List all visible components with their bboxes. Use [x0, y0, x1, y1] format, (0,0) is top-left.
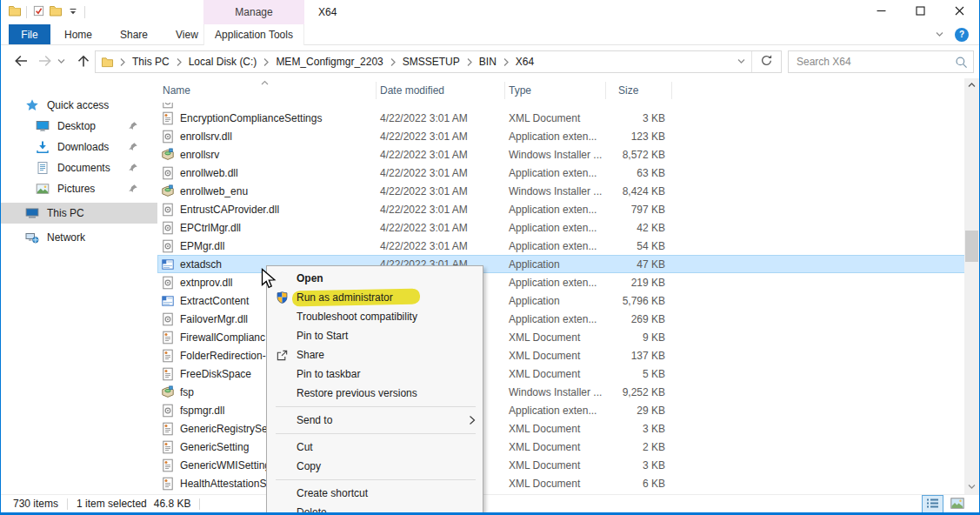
minimize-button[interactable]: [862, 0, 901, 24]
back-button[interactable]: [11, 52, 30, 71]
sidebar-item-downloads[interactable]: Downloads: [1, 137, 157, 157]
file-type: XML Document: [505, 459, 606, 472]
breadcrumb-segment[interactable]: SMSSETUP: [398, 56, 475, 68]
msi-file-icon: [161, 385, 175, 399]
table-row[interactable]: enrollweb.dll 4/22/2022 3:01 AM Applicat…: [157, 164, 966, 182]
quick-access-toolbar: [1, 3, 88, 22]
xml-file-icon: [161, 458, 175, 472]
thumbnails-view-button[interactable]: [947, 496, 967, 512]
divider: [84, 6, 85, 18]
file-size: 63 KB: [606, 167, 672, 179]
sidebar-item-label: Pictures: [57, 183, 95, 195]
table-row[interactable]: EPMgr.dll 4/22/2022 3:01 AM Application …: [157, 237, 966, 255]
xml-file-icon: [161, 349, 175, 363]
table-row[interactable]: enrollsrv.dll 4/22/2022 3:01 AM Applicat…: [157, 127, 966, 145]
menu-item-delete[interactable]: Delete: [267, 503, 483, 515]
table-row[interactable]: EPCtrlMgr.dll 4/22/2022 3:01 AM Applicat…: [157, 218, 966, 237]
chevron-down-icon: [967, 481, 977, 493]
dll-file-icon: [161, 166, 175, 180]
file-date-modified: 4/22/2022 3:01 AM: [377, 167, 505, 179]
chevron-down-icon: [935, 29, 944, 41]
dll-file-icon: [161, 404, 175, 418]
maximize-button[interactable]: [901, 0, 940, 24]
menu-item-open[interactable]: Open: [267, 269, 483, 288]
menu-item-share[interactable]: Share: [267, 345, 483, 365]
checkbox-icon: [32, 4, 45, 20]
sidebar-item-this-pc[interactable]: This PC: [1, 203, 157, 224]
xml-file-icon: [161, 422, 175, 436]
address-bar[interactable]: This PC Local Disk (C:) MEM_Configmgr_22…: [95, 50, 782, 73]
menu-item-send-to[interactable]: Send to: [267, 411, 483, 430]
menu-item-run-as-administrator[interactable]: Run as administrator: [267, 288, 483, 307]
table-row[interactable]: EncryptionComplianceSettings 4/22/2022 3…: [157, 109, 966, 127]
file-name: EPMgr.dll: [180, 240, 224, 252]
xml-file-icon: [161, 111, 175, 125]
menu-item-create-shortcut[interactable]: Create shortcut: [267, 484, 483, 503]
table-row[interactable]: enrollweb_enu 4/22/2022 3:01 AM Windows …: [157, 182, 966, 200]
menu-item-restore-previous-versions[interactable]: Restore previous versions: [267, 384, 483, 403]
tab-home[interactable]: Home: [50, 24, 106, 44]
file-size: 29 KB: [606, 405, 672, 417]
table-row[interactable]: EntrustCAProvider.dll 4/22/2022 3:01 AM …: [157, 200, 966, 218]
app-folder-icon[interactable]: [6, 3, 23, 22]
address-dropdown-button[interactable]: [730, 51, 751, 72]
refresh-button[interactable]: [751, 51, 781, 72]
menu-item-cut[interactable]: Cut: [267, 438, 483, 457]
tab-file[interactable]: File: [9, 24, 50, 44]
column-header-date-modified[interactable]: Date modified: [377, 82, 505, 99]
forward-button[interactable]: [36, 52, 55, 71]
scrollbar-thumb[interactable]: [965, 231, 978, 262]
dll-file-icon: [161, 239, 175, 253]
breadcrumb-segment[interactable]: MEM_Configmgr_2203: [271, 56, 397, 68]
file-type: Windows Installer ...: [505, 149, 606, 161]
selection-count: 1 item selected: [77, 498, 147, 510]
table-row[interactable]: enrollsrv 4/22/2022 3:01 AM Windows Inst…: [157, 145, 966, 164]
tab-share[interactable]: Share: [106, 24, 162, 44]
mouse-cursor: [261, 268, 279, 293]
tab-application-tools[interactable]: Application Tools: [203, 24, 304, 45]
sidebar-item-desktop[interactable]: Desktop: [1, 116, 157, 137]
scroll-up-button[interactable]: [964, 78, 979, 93]
downloads-icon: [36, 140, 51, 154]
breadcrumb-segment[interactable]: Local Disk (C:): [184, 56, 272, 68]
sidebar-item-quick-access[interactable]: Quick access: [1, 95, 157, 116]
file-type: Application exten...: [505, 204, 606, 216]
details-view-button[interactable]: [923, 496, 943, 512]
forward-arrow-icon: [37, 52, 54, 72]
menu-item-troubleshoot-compatibility[interactable]: Troubleshoot compatibility: [267, 307, 483, 326]
chevron-up-icon: [967, 80, 977, 92]
menu-item-pin-to-start[interactable]: Pin to Start: [267, 326, 483, 345]
file-name: FreeDiskSpace: [180, 368, 251, 380]
vertical-scrollbar[interactable]: [964, 78, 979, 494]
qat-properties-button[interactable]: [30, 3, 47, 22]
column-header-size[interactable]: Size: [606, 82, 672, 99]
sidebar-item-documents[interactable]: Documents: [1, 157, 157, 178]
sidebar-item-network[interactable]: Network: [1, 227, 157, 248]
folder-icon: [101, 57, 114, 68]
search-icon[interactable]: [949, 56, 973, 69]
file-size: 3 KB: [606, 459, 672, 472]
help-button[interactable]: ?: [955, 28, 969, 42]
breadcrumb-segment[interactable]: This PC: [128, 56, 184, 68]
menu-item-pin-to-taskbar[interactable]: Pin to taskbar: [267, 365, 483, 384]
recent-locations-button[interactable]: [55, 52, 67, 71]
breadcrumb-segment[interactable]: X64: [511, 56, 538, 68]
qat-new-folder-button[interactable]: [47, 3, 64, 22]
breadcrumb-segment[interactable]: BIN: [475, 56, 511, 68]
window-title: X64: [318, 0, 337, 24]
folder-icon: [49, 4, 63, 20]
table-row[interactable]: [157, 103, 966, 109]
close-button[interactable]: [940, 0, 979, 24]
up-button[interactable]: [74, 52, 93, 71]
sidebar-item-pictures[interactable]: Pictures: [1, 178, 157, 199]
qat-customize-button[interactable]: [64, 3, 82, 22]
sidebar-item-label: Downloads: [57, 141, 109, 153]
menu-item-copy[interactable]: Copy: [267, 457, 483, 476]
msi-file-icon: [161, 184, 175, 198]
search-input[interactable]: [789, 56, 949, 68]
ribbon-collapse-button[interactable]: [935, 29, 944, 41]
pin-icon: [128, 121, 138, 131]
column-header-type[interactable]: Type: [505, 82, 606, 99]
view-toggles: [923, 496, 967, 512]
scroll-down-button[interactable]: [964, 479, 979, 494]
